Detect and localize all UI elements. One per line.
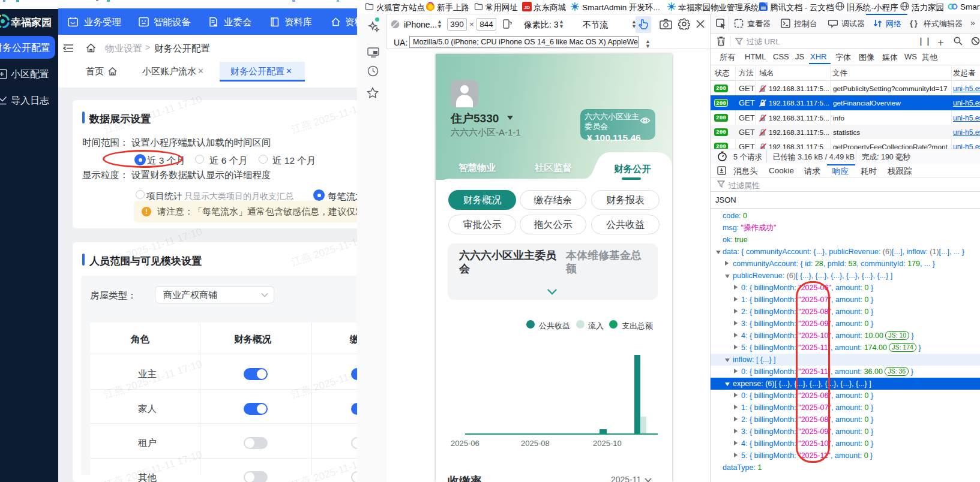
svg-text:JD: JD: [524, 5, 530, 10]
